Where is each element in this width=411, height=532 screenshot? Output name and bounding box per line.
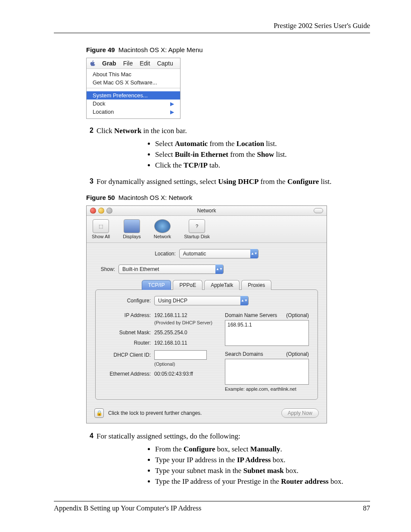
show-value: Built-in Ethernet <box>122 266 159 272</box>
tab-appletalk[interactable]: AppleTalk <box>204 280 240 290</box>
search-label: Search Domains <box>225 351 263 357</box>
bullet: From the Configure box, select Manually. <box>155 445 370 454</box>
page-header: Prestige 2002 Series User's Guide <box>54 22 370 33</box>
router-label: Router: <box>104 340 151 346</box>
showall-icon: ⬚ <box>93 219 109 233</box>
fig50-num: Figure 50 <box>86 194 115 201</box>
minimize-icon[interactable] <box>98 208 104 214</box>
bullet: Select Automatic from the Location list. <box>155 140 370 148</box>
footer-page: 87 <box>363 504 371 513</box>
bullet: Type the IP address of your Prestige in … <box>155 477 370 486</box>
menu-dock-label: Dock <box>93 100 106 107</box>
lock-icon[interactable]: 🔒 <box>94 408 104 418</box>
show-select[interactable]: Built-in Ethernet▲▼ <box>118 264 224 274</box>
close-icon[interactable] <box>90 208 96 214</box>
fig50-text: Macintosh OS X: Network <box>118 194 193 201</box>
step-2: 2 Click Network in the icon bar. <box>86 127 370 135</box>
t: in the icon bar. <box>141 127 187 135</box>
figure49-caption: Figure 49Macintosh OS X: Apple Menu <box>86 46 370 53</box>
apple-icon[interactable] <box>89 60 95 66</box>
show-label: Show: <box>99 266 115 272</box>
configure-value: Using DHCP <box>158 298 187 304</box>
step-4: 4 For statically assigned settings, do t… <box>86 432 370 441</box>
chevron-updown-icon: ▲▼ <box>215 264 223 274</box>
lock-row: 🔒 Click the lock to prevent further chan… <box>87 405 327 423</box>
bullet: Select Built-in Ethernet from the Show l… <box>155 150 370 159</box>
apply-button[interactable]: Apply Now <box>281 408 319 418</box>
figure50-caption: Figure 50Macintosh OS X: Network <box>86 194 370 201</box>
startup-icon: ? <box>189 219 205 233</box>
dns-label: Domain Name Servers <box>225 312 277 318</box>
bullet: Type your IP address in the IP Address b… <box>155 456 370 464</box>
eth-value: 00:05:02:43:93:ff <box>154 371 193 377</box>
chevron-updown-icon: ▲▼ <box>240 296 248 305</box>
step-num: 3 <box>86 177 93 186</box>
lock-text: Click the lock to prevent further change… <box>108 410 202 416</box>
chevron-updown-icon: ▲▼ <box>250 249 258 258</box>
menu-dock[interactable]: Dock▶ <box>87 100 180 108</box>
location-value: Automatic <box>183 251 206 257</box>
menu-sysprefs[interactable]: System Preferences... <box>87 91 180 100</box>
titlebar: Network <box>87 206 327 216</box>
search-example: Example: apple.com, earthlink.net <box>225 386 309 392</box>
toolbar-toggle-icon[interactable] <box>314 208 323 213</box>
toolbar-showall[interactable]: ⬚Show All <box>92 219 110 239</box>
toolbar: ⬚Show All Displays Network ?Startup Disk <box>87 216 327 243</box>
t: Click <box>97 127 114 135</box>
configure-select[interactable]: Using DHCP▲▼ <box>154 296 249 305</box>
toolbar-label: Displays <box>123 234 141 239</box>
dns-value: 168.95.1.1 <box>227 322 252 328</box>
toolbar-label: Startup Disk <box>184 234 210 239</box>
dhcpid-label: DHCP Client ID: <box>104 352 151 358</box>
zoom-icon[interactable] <box>106 208 112 214</box>
network-icon <box>154 219 171 233</box>
t: Network <box>114 127 141 135</box>
window-title: Network <box>197 208 216 214</box>
menu-about[interactable]: About This Mac <box>87 70 180 78</box>
tab-pppoe[interactable]: PPPoE <box>173 280 202 290</box>
submenu-arrow-icon: ▶ <box>170 101 174 107</box>
step4-text: For statically assigned settings, do the… <box>97 432 240 441</box>
eth-label: Ethernet Address: <box>104 371 151 377</box>
dns-textarea[interactable]: 168.95.1.1 <box>225 320 309 346</box>
step-3: 3 For dynamically assigned settings, sel… <box>86 177 370 186</box>
figure50-screenshot: Network ⬚Show All Displays Network ?Star… <box>86 205 327 423</box>
dhcpid-input[interactable] <box>154 350 207 360</box>
tab-proxies[interactable]: Proxies <box>241 280 271 290</box>
figure49-screenshot: Grab File Edit Captu About This Mac Get … <box>86 58 181 119</box>
search-textarea[interactable] <box>225 359 309 385</box>
step-num: 2 <box>86 127 93 135</box>
location-select[interactable]: Automatic▲▼ <box>179 249 258 258</box>
menu-location-label: Location <box>93 109 114 115</box>
menubar-app[interactable]: Grab <box>102 60 116 67</box>
dhcpid-note: (Optional) <box>154 361 216 367</box>
toolbar-label: Show All <box>92 234 110 239</box>
tab-tcpip[interactable]: TCP/IP <box>142 280 171 290</box>
submenu-arrow-icon: ▶ <box>170 109 174 115</box>
search-optional: (Optional) <box>286 351 309 357</box>
tabs: TCP/IP PPPoE AppleTalk Proxies <box>95 280 318 290</box>
menu-location[interactable]: Location▶ <box>87 108 180 116</box>
toolbar-startup[interactable]: ?Startup Disk <box>184 219 210 239</box>
dns-optional: (Optional) <box>286 312 309 318</box>
menu-software[interactable]: Get Mac OS X Software... <box>87 78 180 87</box>
subnet-value: 255.255.254.0 <box>154 330 187 336</box>
toolbar-network[interactable]: Network <box>154 219 171 239</box>
step-num: 4 <box>86 432 93 441</box>
footer-appendix: Appendix B Setting up Your Computer's IP… <box>54 504 201 513</box>
menubar-file[interactable]: File <box>123 60 133 67</box>
menubar-capture[interactable]: Captu <box>157 60 173 67</box>
ip-note: (Provided by DHCP Server) <box>154 320 216 325</box>
displays-icon <box>124 219 140 233</box>
configure-label: Configure: <box>104 298 151 304</box>
ip-label: IP Address: <box>104 312 151 318</box>
tcpip-panel: Configure: Using DHCP▲▼ IP Address:192.1… <box>95 289 318 400</box>
left-column: IP Address:192.168.11.12 (Provided by DH… <box>104 312 216 392</box>
menubar-edit[interactable]: Edit <box>140 60 150 67</box>
fig49-text: Macintosh OS X: Apple Menu <box>118 46 203 53</box>
location-label: Location: <box>155 251 176 257</box>
right-column: Domain Name Servers(Optional) 168.95.1.1… <box>225 312 309 392</box>
toolbar-displays[interactable]: Displays <box>123 219 141 239</box>
subnet-label: Subnet Mask: <box>104 330 151 336</box>
step2-bullets: Select Automatic from the Location list.… <box>155 140 370 170</box>
